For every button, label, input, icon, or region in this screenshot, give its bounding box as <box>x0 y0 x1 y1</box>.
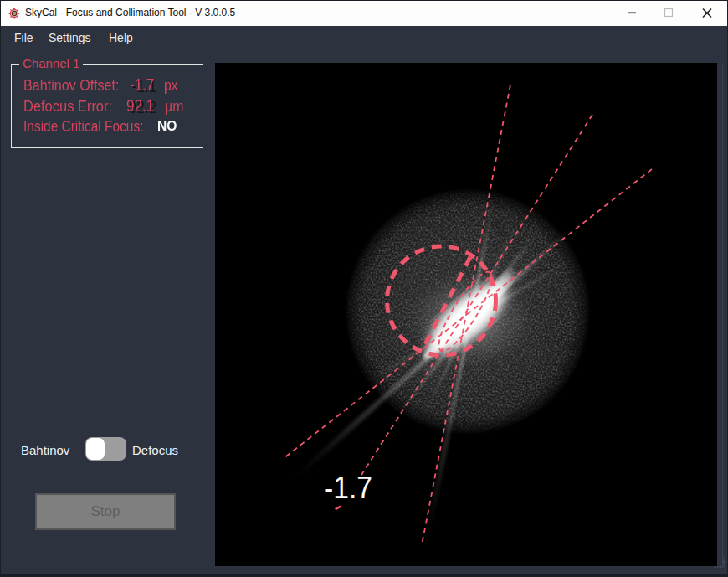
svg-text:-1.7: -1.7 <box>324 471 372 505</box>
